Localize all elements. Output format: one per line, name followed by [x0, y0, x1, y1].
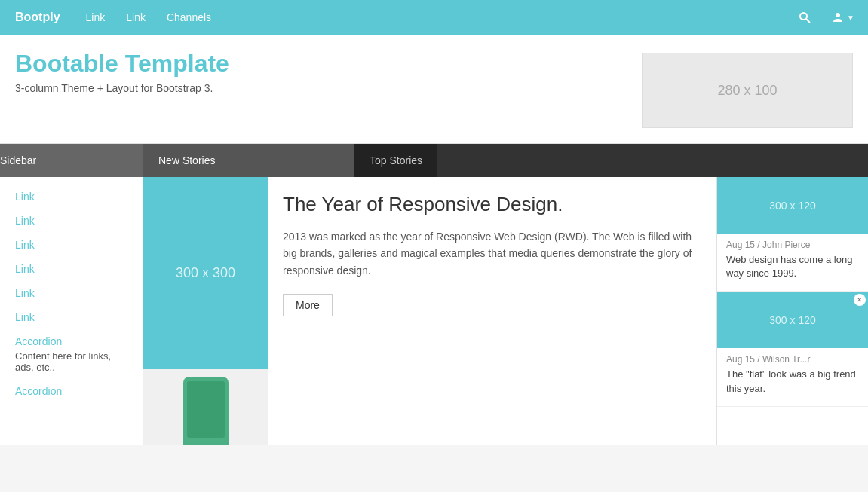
content-area: 300 x 300 The Year of Responsive Design.…	[143, 177, 868, 445]
sidebar-link-4[interactable]: Link	[0, 257, 143, 281]
sidebar-link-6[interactable]: Link	[0, 305, 143, 329]
close-button[interactable]: ✕	[854, 294, 866, 306]
sidebar-accordion-1-title[interactable]: Accordion	[0, 329, 143, 349]
navbar-link-channels[interactable]: Channels	[156, 0, 222, 35]
image-row: 300 x 300 The Year of Responsive Design.…	[143, 177, 716, 369]
navbar-link-2[interactable]: Link	[115, 0, 156, 35]
navbar: Bootply Link Link Channels ▼	[0, 0, 868, 35]
right-story-1-meta: Aug 15 / John Pierce	[726, 240, 859, 250]
right-story-1: Aug 15 / John Pierce Web design has come…	[717, 234, 868, 292]
right-thumb-1: 300 x 120	[717, 177, 868, 234]
phone-screen	[187, 381, 225, 438]
tab-sidebar[interactable]: Sidebar	[0, 144, 143, 177]
phone-image	[143, 369, 268, 445]
tab-top-stories[interactable]: Top Stories	[354, 144, 437, 177]
navbar-brand[interactable]: Bootply	[8, 11, 68, 24]
sidebar-panel: Link Link Link Link Link Link Accordion …	[0, 177, 143, 445]
main-content: Link Link Link Link Link Link Accordion …	[0, 177, 868, 445]
navbar-icons: ▼	[793, 8, 860, 26]
hero-title: Bootable Template	[15, 50, 229, 78]
middle-column: 300 x 300 The Year of Responsive Design.…	[143, 177, 717, 445]
user-icon[interactable]: ▼	[826, 8, 860, 26]
right-story-2: Aug 15 / Wilson Tr...r The "flat" look w…	[717, 348, 868, 406]
more-button[interactable]: More	[283, 294, 333, 316]
sidebar-link-5[interactable]: Link	[0, 281, 143, 305]
svg-line-1	[806, 19, 810, 23]
right-thumb-2: 300 x 120 ✕	[717, 292, 868, 348]
sidebar-accordion-1-content: Content here for links, ads, etc..	[0, 349, 143, 379]
article-description: 2013 was marked as the year of Responsiv…	[283, 228, 701, 279]
tab-bar: Sidebar New Stories Top Stories	[0, 144, 868, 177]
sidebar-link-2[interactable]: Link	[0, 209, 143, 233]
hero-section: Bootable Template 3-column Theme + Layou…	[0, 35, 868, 144]
right-story-2-text: The "flat" look was a big trend this yea…	[726, 368, 859, 395]
article-title: The Year of Responsive Design.	[283, 192, 701, 218]
svg-point-0	[800, 13, 807, 20]
hero-text: Bootable Template 3-column Theme + Layou…	[15, 50, 229, 94]
article-body: The Year of Responsive Design. 2013 was …	[268, 177, 716, 369]
navbar-link-1[interactable]: Link	[75, 0, 116, 35]
sidebar-accordion-2-title[interactable]: Accordion	[0, 379, 143, 399]
search-icon[interactable]	[793, 8, 817, 26]
hero-subtitle: 3-column Theme + Layout for Bootstrap 3.	[15, 82, 229, 94]
featured-image-300: 300 x 300	[143, 177, 268, 369]
right-column: 300 x 120 Aug 15 / John Pierce Web desig…	[717, 177, 868, 445]
sidebar-link-3[interactable]: Link	[0, 233, 143, 257]
hero-ad: 280 x 100	[642, 53, 853, 128]
svg-point-2	[836, 13, 840, 17]
tab-new-stories[interactable]: New Stories	[143, 144, 354, 177]
user-dropdown-icon: ▼	[847, 14, 854, 22]
phone-image-row	[143, 369, 716, 445]
right-story-1-text: Web design has come a long way since 199…	[726, 253, 859, 280]
phone-shape	[183, 377, 229, 445]
sidebar-link-1[interactable]: Link	[0, 185, 143, 209]
right-story-2-meta: Aug 15 / Wilson Tr...r	[726, 354, 859, 365]
